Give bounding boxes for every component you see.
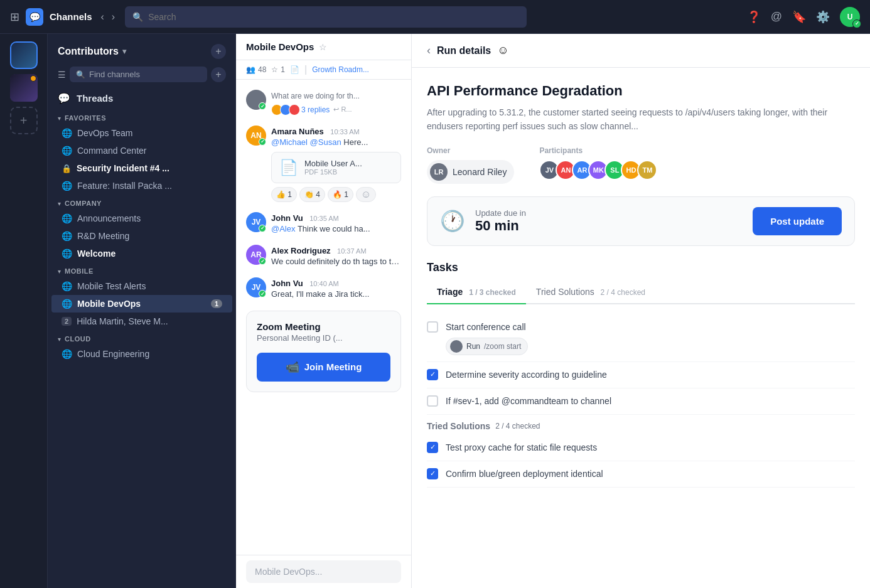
task-text: Confirm blue/green deployment identical <box>446 468 603 481</box>
globe-icon: 🌐 <box>62 299 72 309</box>
messages-header: Mobile DevOps ☆ <box>236 34 411 60</box>
globe-icon: 🌐 <box>62 249 72 259</box>
channel-item-announcements[interactable]: 🌐 Announcements <box>51 210 232 227</box>
task-text: If #sev-1, add @commandteam to channel <box>446 395 611 408</box>
channel-item-cloud-engineering[interactable]: 🌐 Cloud Engineering <box>51 345 232 363</box>
channel-list: Contributors ▾ + ☰ 🔍 Find channels + 💬 T… <box>48 34 236 588</box>
chip-avatar <box>450 340 463 353</box>
globe-icon: 🌐 <box>62 349 72 359</box>
add-workspace-button[interactable]: + <box>10 107 38 134</box>
nav-back-button[interactable]: ‹ <box>99 9 107 25</box>
star-icon[interactable]: ☆ <box>319 42 327 52</box>
reaction-clap[interactable]: 👏 4 <box>299 187 325 202</box>
replies-row: 3 replies ↩ R... <box>271 104 401 115</box>
add-channel-button-2[interactable]: + <box>211 67 226 82</box>
find-channels-input[interactable]: 🔍 Find channels <box>70 67 207 82</box>
attachment[interactable]: 📄 Mobile User A... PDF 15KB <box>271 152 401 183</box>
reaction-add[interactable]: ☺ <box>356 187 376 202</box>
message-input[interactable]: Mobile DevOps... <box>246 560 401 583</box>
due-label: Update due in <box>475 208 526 218</box>
tab-triage[interactable]: Triage 1 / 3 checked <box>427 282 526 304</box>
messages-meta: 👥 48 ☆ 1 📄 | Growth Roadm... <box>236 60 411 80</box>
task-checkbox[interactable] <box>427 395 438 407</box>
join-meeting-button[interactable]: 📹 Join Meeting <box>257 353 390 382</box>
task-run-chip[interactable]: Run /zoom start <box>446 338 528 355</box>
run-label: Run <box>466 342 480 351</box>
channel-item-mobile-test-alerts[interactable]: 🌐 Mobile Test Alerts <box>51 277 232 295</box>
message-avatar: JV ✓ <box>246 277 266 297</box>
owner-avatar: LR <box>430 163 448 181</box>
owner-label: Owner <box>427 146 514 155</box>
tab-tried-solutions[interactable]: Tried Solutions 2 / 4 checked <box>526 282 655 304</box>
run-details-body: API Performance Degradation After upgrad… <box>412 68 870 588</box>
channel-item-welcome[interactable]: 🌐 Welcome <box>51 245 232 262</box>
reaction-fire[interactable]: 🔥 1 <box>328 187 353 202</box>
message-text: @Michael @Susan Here... <box>271 137 401 148</box>
zoom-logo-icon: 📹 <box>286 360 299 374</box>
replies-text[interactable]: 3 replies <box>301 105 330 114</box>
task-checkbox-checked[interactable] <box>427 369 438 380</box>
task-item-proxy-cache: Test proxy cache for static file request… <box>427 435 855 461</box>
channel-item-command-center[interactable]: 🌐 Command Center <box>51 142 232 159</box>
tasks-title: Tasks <box>427 261 855 274</box>
search-bar[interactable]: 🔍 <box>125 6 527 28</box>
bookmark-icon[interactable]: 🔖 <box>792 10 806 24</box>
user-avatar[interactable]: U <box>840 7 860 27</box>
cloud-chevron: ▾ <box>58 336 61 343</box>
pdf-icon: 📄 <box>279 159 298 176</box>
task-checkbox[interactable] <box>427 321 438 333</box>
task-text: Determine severity according to guidelin… <box>446 368 607 382</box>
message-item: AR ✓ Alex Rodriguez 10:37 AM We could de… <box>236 240 411 272</box>
back-button[interactable]: ‹ <box>427 44 431 57</box>
owner-chip[interactable]: LR Leonard Riley <box>427 160 514 184</box>
favorites-chevron: ▾ <box>58 115 61 122</box>
zoom-meeting-card: Zoom Meeting Personal Meeting ID (... 📹 … <box>246 311 401 392</box>
mobile-section-header[interactable]: ▾ MOBILE <box>48 262 236 277</box>
task-item-start-conference: Start conference call Run /zoom start <box>427 314 855 362</box>
task-checkbox-checked[interactable] <box>427 442 438 453</box>
settings-icon[interactable]: ⚙️ <box>816 10 830 24</box>
mention-icon[interactable]: @ <box>771 10 782 23</box>
message-avatar: AR ✓ <box>246 245 266 265</box>
dm-item-hilda-steve[interactable]: 2 Hilda Martin, Steve M... <box>51 313 232 330</box>
workspace-2[interactable] <box>10 74 38 102</box>
channel-item-feature-install[interactable]: 🌐 Feature: Install Packa ... <box>51 177 232 195</box>
grid-icon[interactable]: ⊞ <box>10 10 19 24</box>
post-update-button[interactable]: Post update <box>753 207 842 235</box>
nav-arrows: ‹ › <box>99 9 118 25</box>
channel-item-security-incident[interactable]: 🔒 Security Incident #4 ... <box>51 159 232 177</box>
emoji-button[interactable]: ☺ <box>497 44 508 57</box>
filter-icon[interactable]: ☰ <box>58 70 66 80</box>
channel-item-devops-team[interactable]: 🌐 DevOps Team <box>51 124 232 142</box>
workspace-name[interactable]: Contributors ▾ <box>58 46 126 57</box>
participant-avatar: TM <box>637 160 657 180</box>
online-indicator: ✓ <box>259 138 266 146</box>
search-icon: 🔍 <box>132 12 143 22</box>
online-indicator: ✓ <box>259 225 266 232</box>
search-icon-small: 🔍 <box>76 70 85 79</box>
workspace-1[interactable] <box>10 41 38 69</box>
task-text: Test proxy cache for static file request… <box>446 441 597 454</box>
channel-section-scroll: ▾ FAVORITES 🌐 DevOps Team 🌐 Command Cent… <box>48 109 236 588</box>
globe-icon: 🌐 <box>62 213 72 223</box>
clock-icon: 🕐 <box>440 209 465 233</box>
incident-title: API Performance Degradation <box>427 83 855 99</box>
add-channel-button[interactable]: + <box>211 44 226 59</box>
channel-item-mobile-devops[interactable]: 🌐 Mobile DevOps 1 <box>51 295 232 313</box>
star-count: ☆ 1 <box>271 65 285 74</box>
message-time: 10:37 AM <box>337 247 366 255</box>
message-text: @Alex Think we could ha... <box>271 223 401 235</box>
company-section-header[interactable]: ▾ COMPANY <box>48 195 236 210</box>
cloud-section-header[interactable]: ▾ CLOUD <box>48 330 236 345</box>
zoom-title: Zoom Meeting <box>257 321 390 332</box>
favorites-section-header[interactable]: ▾ FAVORITES <box>48 109 236 124</box>
growth-link[interactable]: Growth Roadm... <box>312 65 369 74</box>
nav-forward-button[interactable]: › <box>109 9 117 25</box>
message-text: Great, I'll make a Jira tick... <box>271 289 401 300</box>
help-icon[interactable]: ❓ <box>747 10 761 24</box>
search-input[interactable] <box>148 12 519 22</box>
task-checkbox-checked[interactable] <box>427 468 438 479</box>
channel-item-rd-meeting[interactable]: 🌐 R&D Meeting <box>51 227 232 245</box>
reaction-thumbsup[interactable]: 👍 1 <box>271 187 297 202</box>
threads-item[interactable]: 💬 Threads <box>48 87 236 109</box>
